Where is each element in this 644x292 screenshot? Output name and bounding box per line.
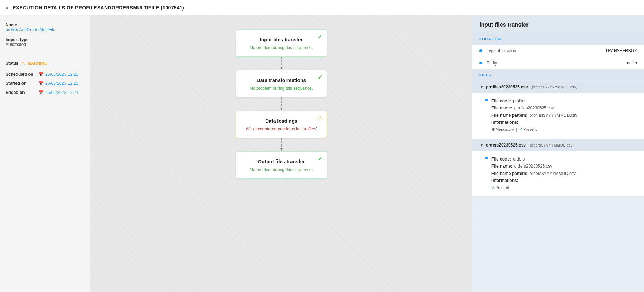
top-bar: × EXECUTION DETAILS OF PROFILESANDORDERS… (0, 0, 644, 15)
scheduled-row: Scheduled on 📅 25/05/2023 12:20 (6, 72, 85, 77)
file-group-orders: ▼ orders20230525.csv (ordersSYYYYMMDD.cs… (472, 139, 644, 197)
flow-card-output-files-transfer[interactable]: ✓ Output files transfer No problem durin… (236, 151, 327, 179)
warning-icon-loadings: ⚠ (317, 115, 322, 121)
collapse-arrow-orders: ▼ (479, 143, 484, 148)
flow-card-data-transformations[interactable]: ✓ Data transformations No problem during… (236, 70, 327, 97)
started-label: Started on (6, 81, 37, 86)
calendar-icon-scheduled: 📅 (39, 72, 44, 77)
file-group-name-orders: orders20230525.csv (486, 143, 526, 148)
name-label: Name (6, 22, 85, 27)
ended-label: Ended on (6, 90, 37, 95)
file-group-header-profiles[interactable]: ▼ profiles20230525.csv (profilesSYYYYMMD… (472, 81, 644, 93)
card-message-transformations: No problem during this sequence. (242, 86, 320, 91)
arrow-2: ▾ (280, 97, 283, 111)
card-title-loadings: Data loadings (242, 118, 320, 124)
location-table: Type of location TRANSFERBOX Entity acti… (472, 45, 644, 69)
scheduled-label: Scheduled on (6, 72, 37, 77)
file-group-name-profiles: profiles20230525.csv (486, 84, 528, 89)
ended-row: Ended on 📅 25/05/2023 12:21 (6, 90, 85, 95)
file-detail-bullet-profiles (485, 99, 488, 101)
file-group-header-orders[interactable]: ▼ orders20230525.csv (ordersSYYYYMMDD.cs… (472, 139, 644, 151)
check-icon-input: ✓ (318, 33, 322, 40)
check-icon-transformations: ✓ (318, 74, 322, 81)
location-val-entity: actito (627, 61, 637, 66)
page-title: EXECUTION DETAILS OF PROFILESANDORDERSMU… (13, 5, 184, 11)
card-title-transformations: Data transformations (242, 77, 320, 83)
status-value: WARNING (27, 61, 48, 66)
arrow-head-2: ▾ (280, 106, 283, 111)
badge-present-profiles: ✓ Present (519, 126, 537, 133)
arrow-head-1: ▾ (280, 65, 283, 70)
location-bullet-entity (479, 62, 482, 64)
import-type-label: Import type (6, 37, 85, 42)
left-sidebar: Name profilesAndOrdersMultiFile Import t… (0, 15, 90, 292)
scheduled-date: 25/05/2023 (45, 72, 66, 77)
check-icon-output: ✓ (318, 155, 322, 162)
location-row-type: Type of location TRANSFERBOX (472, 45, 644, 57)
file-detail-content-orders: File code: orders File name: orders20230… (491, 156, 576, 191)
name-row: Name profilesAndOrdersMultiFile (6, 22, 85, 32)
started-time: 12:20 (68, 81, 78, 86)
arrow-3: ▾ (280, 138, 283, 151)
location-bullet-type (479, 49, 482, 52)
ended-date: 25/05/2023 (45, 90, 66, 95)
import-type-value: Automated (6, 42, 85, 47)
file-detail-bullet-orders (485, 157, 488, 159)
file-group-profiles: ▼ profiles20230525.csv (profilesSYYYYMMD… (472, 81, 644, 139)
center-flow: ✓ Input files transfer No problem during… (90, 15, 472, 292)
location-section-header: LOCATION (472, 33, 644, 45)
flow-card-data-loadings[interactable]: ⚠ Data loadings We encountered problems … (236, 111, 327, 138)
badge-present-orders: ✓ Present (491, 184, 509, 191)
scheduled-time: 12:20 (68, 72, 78, 77)
flow-card-input-files-transfer[interactable]: ✓ Input files transfer No problem during… (236, 29, 327, 57)
card-title-output: Output files transfer (242, 159, 320, 164)
divider-1 (6, 55, 85, 55)
location-val-type: TRANSFERBOX (605, 48, 637, 53)
right-panel-title: Input files transfer (472, 15, 644, 33)
status-label: Status (6, 61, 19, 66)
arrow-1: ▾ (280, 57, 283, 70)
calendar-icon-started: 📅 (39, 81, 44, 86)
started-row: Started on 📅 25/05/2023 12:20 (6, 81, 85, 86)
files-section-header: FILES (472, 69, 644, 81)
collapse-arrow-profiles: ▼ (479, 84, 484, 89)
location-row-entity: Entity actito (472, 57, 644, 69)
name-value: profilesAndOrdersMultiFile (6, 27, 85, 32)
file-group-pattern-profiles: (profilesSYYYYMMDD.csv) (531, 85, 577, 89)
card-message-output: No problem during this sequence. (242, 167, 320, 172)
warning-icon: ⚠ (21, 61, 25, 66)
file-detail-content-profiles: File code: profiles File name: profiles2… (491, 97, 577, 133)
card-message-input: No problem during this sequence. (242, 45, 320, 50)
import-type-row: Import type Automated (6, 37, 85, 47)
status-row: Status ⚠ WARNING (6, 61, 85, 66)
badge-mandatory-profiles: ✱ Mandatory (491, 126, 514, 133)
arrow-head-3: ▾ (280, 147, 283, 151)
main-layout: Name profilesAndOrdersMultiFile Import t… (0, 15, 644, 292)
card-title-input: Input files transfer (242, 37, 320, 42)
calendar-icon-ended: 📅 (39, 90, 44, 95)
close-icon[interactable]: × (6, 5, 8, 11)
file-detail-row-profiles: File code: profiles File name: profiles2… (485, 97, 637, 133)
file-detail-row-orders: File code: orders File name: orders20230… (485, 156, 637, 191)
file-details-orders: File code: orders File name: orders20230… (472, 151, 644, 197)
file-details-profiles: File code: profiles File name: profiles2… (472, 93, 644, 139)
card-message-loadings: We encountered problems in: 'profiles' (242, 127, 320, 131)
started-date: 25/05/2023 (45, 81, 66, 86)
ended-time: 12:21 (68, 90, 78, 95)
location-key-type: Type of location (487, 48, 605, 53)
location-key-entity: Entity (487, 61, 627, 66)
file-group-pattern-orders: (ordersSYYYYMMDD.csv) (529, 143, 574, 147)
right-panel: Input files transfer LOCATION Type of lo… (472, 15, 644, 292)
